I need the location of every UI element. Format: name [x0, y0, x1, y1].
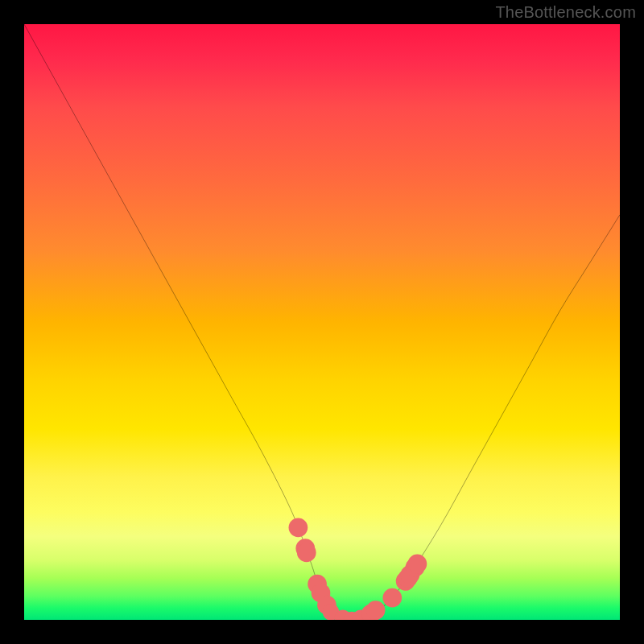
curve-line [24, 24, 620, 620]
chart-stage: TheBottleneck.com [0, 0, 644, 644]
curve-marker [408, 555, 427, 574]
curve-marker [297, 543, 316, 563]
curve-marker [289, 518, 308, 537]
chart-svg [24, 24, 620, 620]
plot-area [24, 24, 620, 620]
curve-marker [366, 601, 386, 620]
curve-markers [289, 518, 427, 620]
watermark-label: TheBottleneck.com [495, 3, 636, 22]
curve-marker [382, 588, 402, 608]
